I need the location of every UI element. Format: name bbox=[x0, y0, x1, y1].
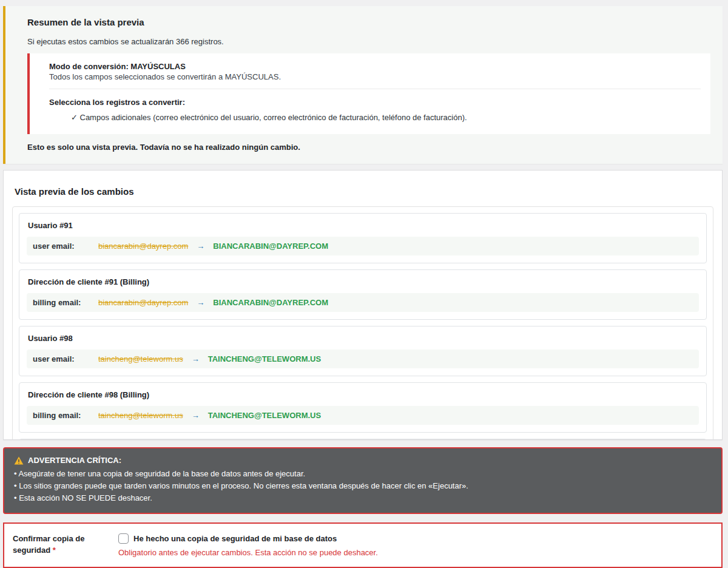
conversion-mode-box: Modo de conversión: MAYÚSCULAS Todos los… bbox=[27, 53, 710, 134]
record-change-row: billing email: biancarabin@dayrep.com → … bbox=[27, 293, 699, 312]
old-value: biancarabin@dayrep.com bbox=[98, 298, 188, 307]
backup-checkbox[interactable] bbox=[118, 533, 129, 544]
required-asterisk: * bbox=[53, 546, 56, 555]
new-value: BIANCARABIN@DAYREP.COM bbox=[213, 298, 328, 307]
record-title: Usuario #91 bbox=[27, 221, 699, 230]
record-change-row: user email: taincheng@teleworm.us → TAIN… bbox=[27, 350, 699, 368]
preview-only-note: Esto es solo una vista previa. Todavía n… bbox=[27, 143, 710, 152]
warning-items: Asegúrate de tener una copia de segurida… bbox=[14, 468, 712, 504]
backup-confirm-label: Confirmar copia de seguridad * bbox=[13, 533, 118, 557]
arrow-right-icon: → bbox=[197, 298, 204, 307]
backup-checkbox-row: He hecho una copia de seguridad de mi ba… bbox=[118, 533, 713, 544]
warning-item: Esta acción NO SE PUEDE deshacer. bbox=[14, 492, 712, 504]
critical-warning-panel: ADVERTENCIA CRÍTICA: Asegúrate de tener … bbox=[3, 447, 723, 514]
field-label: billing email: bbox=[33, 298, 98, 307]
preview-summary-panel: Resumen de la vista previa Si ejecutas e… bbox=[3, 6, 723, 164]
old-value: taincheng@teleworm.us bbox=[98, 411, 183, 420]
record-title: Dirección de cliente #98 (Billing) bbox=[27, 390, 699, 399]
record-title: Dirección de cliente #91 (Billing) bbox=[27, 277, 699, 286]
record-change-row: user email: biancarabin@dayrep.com → BIA… bbox=[27, 237, 699, 255]
record-card: Usuario #58 user email: thomasagnew@dayr… bbox=[19, 439, 707, 440]
backup-required-help-text: Obligatorio antes de ejecutar cambios. E… bbox=[118, 548, 713, 557]
changes-preview-title: Vista previa de los cambios bbox=[12, 186, 713, 197]
record-card: Usuario #98 user email: taincheng@telewo… bbox=[19, 326, 707, 376]
changes-preview-panel: Vista previa de los cambios Usuario #91 … bbox=[3, 170, 723, 440]
targets-selected-item: ✓ Campos adicionales (correo electrónico… bbox=[71, 113, 701, 122]
mode-separator bbox=[49, 89, 701, 89]
record-card: Dirección de cliente #98 (Billing) billi… bbox=[19, 382, 707, 433]
conversion-mode-title: Modo de conversión: MAYÚSCULAS bbox=[49, 62, 701, 71]
backup-confirm-controls: He hecho una copia de seguridad de mi ba… bbox=[118, 533, 713, 557]
records-list: Usuario #91 user email: biancarabin@dayr… bbox=[12, 206, 713, 440]
old-value: biancarabin@dayrep.com bbox=[98, 242, 188, 251]
summary-title: Resumen de la vista previa bbox=[27, 17, 710, 27]
warning-triangle-icon bbox=[14, 456, 24, 465]
backup-confirm-label-text: Confirmar copia de seguridad bbox=[13, 534, 84, 554]
field-label: billing email: bbox=[33, 411, 98, 420]
new-value: TAINCHENG@TELEWORM.US bbox=[208, 354, 321, 363]
conversion-mode-description: Todos los campos seleccionados se conver… bbox=[49, 72, 701, 81]
record-card: Dirección de cliente #91 (Billing) billi… bbox=[19, 269, 707, 320]
summary-intro-text: Si ejecutas estos cambios se actualizará… bbox=[27, 37, 710, 46]
backup-checkbox-label[interactable]: He hecho una copia de seguridad de mi ba… bbox=[133, 534, 337, 543]
new-value: BIANCARABIN@DAYREP.COM bbox=[213, 242, 328, 251]
arrow-right-icon: → bbox=[197, 242, 204, 251]
record-change-row: billing email: taincheng@teleworm.us → T… bbox=[27, 406, 699, 425]
warning-title-row: ADVERTENCIA CRÍTICA: bbox=[14, 456, 712, 465]
old-value: taincheng@teleworm.us bbox=[98, 354, 183, 363]
field-label: user email: bbox=[33, 354, 98, 363]
record-title: Usuario #98 bbox=[27, 334, 699, 343]
warning-item: Asegúrate de tener una copia de segurida… bbox=[14, 468, 712, 480]
record-card: Usuario #91 user email: biancarabin@dayr… bbox=[19, 213, 707, 263]
warning-title-text: ADVERTENCIA CRÍTICA: bbox=[28, 456, 121, 465]
new-value: TAINCHENG@TELEWORM.US bbox=[208, 411, 321, 420]
backup-confirm-panel: Confirmar copia de seguridad * He hecho … bbox=[3, 522, 723, 568]
arrow-right-icon: → bbox=[192, 411, 200, 420]
field-label: user email: bbox=[33, 242, 98, 251]
targets-title: Selecciona los registros a convertir: bbox=[49, 98, 701, 107]
arrow-right-icon: → bbox=[192, 354, 200, 363]
warning-item: Los sitios grandes puede que tarden vari… bbox=[14, 480, 712, 492]
